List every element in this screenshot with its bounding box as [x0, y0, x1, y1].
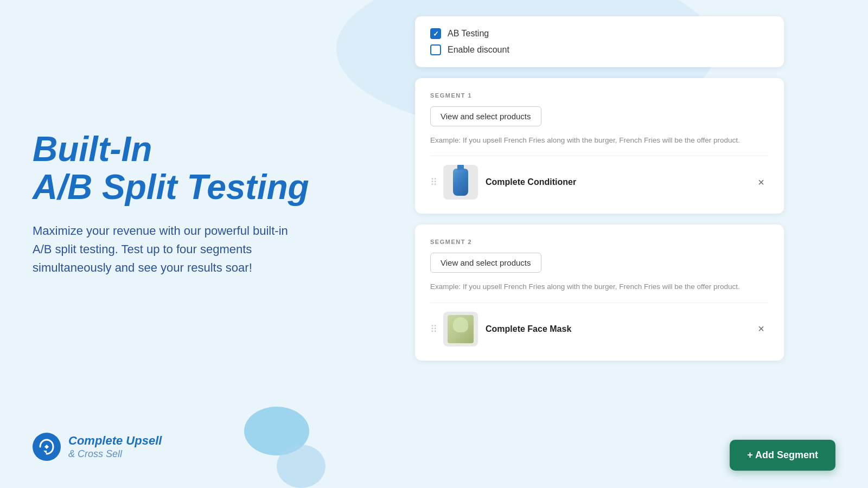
- segment-2-product-row: ⠿ Complete Face Mask ×: [430, 303, 769, 346]
- segment-1-card: SEGMENT 1 View and select products Examp…: [415, 78, 784, 214]
- segment-1-label: SEGMENT 1: [430, 92, 769, 99]
- segment-2-view-select-button[interactable]: View and select products: [430, 253, 541, 273]
- logo-icon: [33, 433, 61, 461]
- segment-2-product-name: Complete Face Mask: [486, 324, 746, 334]
- facemask-shape-icon: [448, 315, 474, 343]
- add-segment-button[interactable]: + Add Segment: [730, 440, 835, 471]
- right-panel: AB Testing Enable discount SEGMENT 1 Vie…: [347, 0, 868, 488]
- segment-2-card: SEGMENT 2 View and select products Examp…: [415, 224, 784, 360]
- segment-2-example-text: Example: If you upsell French Fries alon…: [430, 281, 769, 292]
- headline-line1: Built-In: [33, 130, 152, 169]
- headline: Built-In A/B Split Testing: [33, 130, 315, 207]
- segment-1-product-row: ⠿ Complete Conditioner ×: [430, 156, 769, 200]
- segment-1-product-thumb: [443, 165, 478, 200]
- enable-discount-label: Enable discount: [448, 45, 509, 55]
- segment-2-remove-button[interactable]: ×: [754, 322, 769, 337]
- enable-discount-checkbox[interactable]: [430, 44, 441, 55]
- left-panel: Built-In A/B Split Testing Maximize your…: [0, 0, 347, 488]
- segment-1-remove-button[interactable]: ×: [754, 175, 769, 190]
- ab-testing-checkbox[interactable]: [430, 28, 441, 39]
- checkbox-card: AB Testing Enable discount: [415, 16, 784, 67]
- headline-area: Built-In A/B Split Testing Maximize your…: [33, 130, 315, 277]
- segment-1-view-select-button[interactable]: View and select products: [430, 106, 541, 126]
- ab-testing-label: AB Testing: [448, 29, 489, 38]
- brand-name: Complete Upsell: [68, 434, 162, 448]
- segment-1-example-text: Example: If you upsell French Fries alon…: [430, 135, 769, 146]
- segment-1-product-name: Complete Conditioner: [486, 177, 746, 187]
- segment-2-drag-handle[interactable]: ⠿: [430, 323, 436, 335]
- logo-text: Complete Upsell & Cross Sell: [68, 434, 162, 459]
- segment-1-drag-handle[interactable]: ⠿: [430, 176, 436, 188]
- logo-area: Complete Upsell & Cross Sell: [33, 433, 315, 461]
- brand-sub: & Cross Sell: [68, 448, 162, 460]
- segment-2-product-thumb: [443, 312, 478, 346]
- headline-line2: A/B Split Testing: [33, 168, 309, 207]
- checkbox-row-ab-testing[interactable]: AB Testing: [430, 28, 769, 39]
- description: Maximize your revenue with our powerful …: [33, 222, 304, 277]
- checkbox-row-enable-discount[interactable]: Enable discount: [430, 44, 769, 55]
- conditioner-shape-icon: [453, 169, 468, 196]
- segment-2-label: SEGMENT 2: [430, 239, 769, 245]
